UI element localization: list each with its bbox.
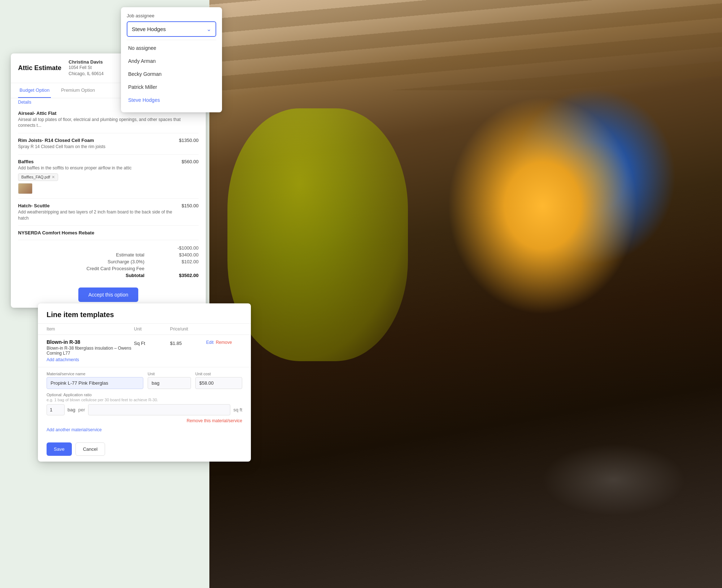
edit-remove-group: Edit Remove bbox=[206, 340, 242, 345]
line-item-price-hatch: $150.00 bbox=[182, 203, 199, 208]
dropdown-item-andy[interactable]: Andy Arman bbox=[127, 55, 216, 68]
line-item-desc-rim: Spray R 14 Closed Cell foam on the rim j… bbox=[18, 144, 105, 150]
job-assignee-card: Job assignee Steve Hodges ⌄ No assignee … bbox=[121, 7, 222, 112]
background-photo bbox=[209, 0, 722, 588]
dropdown-item-patrick[interactable]: Patrick Miller bbox=[127, 81, 216, 94]
total-row-credit: Credit Card Processing Fee bbox=[18, 265, 199, 272]
line-item-desc-baffles: Add baffles in the soffits to ensure pro… bbox=[18, 165, 131, 171]
total-row-estimate: Estimate total $3400.00 bbox=[18, 251, 199, 258]
surcharge-label: Surcharge (3.0%) bbox=[108, 259, 144, 264]
unit-cost-input[interactable] bbox=[195, 377, 242, 389]
cancel-button[interactable]: Cancel bbox=[75, 442, 105, 456]
template-item-desc: Blown-in R-38 fiberglass insulation – Ow… bbox=[47, 346, 134, 356]
chevron-down-icon: ⌄ bbox=[206, 26, 211, 33]
ratio-sqft-input[interactable] bbox=[88, 404, 231, 415]
attachment-thumbnail bbox=[18, 183, 32, 194]
total-row-subtotal: Subtotal $3502.00 bbox=[18, 272, 199, 279]
client-name: Christina Davis bbox=[69, 59, 104, 65]
line-item-baffles: Baffles Add baffles in the soffits to en… bbox=[18, 155, 199, 199]
job-assignee-label: Job assignee bbox=[127, 13, 216, 18]
estimate-total-label: Estimate total bbox=[116, 252, 144, 258]
line-item-rim-joists: Rim Joists- R14 Closed Cell Foam Spray R… bbox=[18, 133, 199, 155]
template-row: Blown-in R-38 Blown-in R-38 fiberglass i… bbox=[38, 335, 251, 367]
save-button[interactable]: Save bbox=[47, 442, 72, 456]
assignee-selected-value: Steve Hodges bbox=[132, 26, 166, 32]
surcharge-value: $102.00 bbox=[173, 259, 199, 264]
estimate-title: Attic Estimate bbox=[18, 64, 61, 72]
material-form-row: Material/service name Unit Unit cost bbox=[47, 372, 242, 389]
remove-material-link[interactable]: Remove this material/service bbox=[47, 418, 242, 423]
col-header-actions bbox=[206, 327, 242, 332]
optional-row: Optional: Application ratio e.g. 1 bag o… bbox=[47, 393, 242, 415]
estimate-totals: -$1000.00 Estimate total $3400.00 Surcha… bbox=[18, 240, 199, 283]
ratio-unit-label: bag bbox=[68, 407, 75, 412]
estimate-total-value: $3400.00 bbox=[173, 252, 199, 258]
col-header-price: Price/unit bbox=[170, 327, 206, 332]
line-item-price-baffles: $560.00 bbox=[182, 159, 199, 164]
material-name-label: Material/service name bbox=[47, 372, 143, 376]
line-item-price-rim: $1350.00 bbox=[179, 138, 199, 143]
line-item-desc-airseal: Airseal all top plates of floor, electri… bbox=[18, 117, 199, 129]
ratio-per-label: per bbox=[78, 407, 85, 412]
credit-label: Credit Card Processing Fee bbox=[87, 266, 144, 271]
line-item-nyserda: NYSERDA Comfort Homes Rebate bbox=[18, 226, 199, 240]
estimate-body: Airseal- Attic Flat Airseal all top plat… bbox=[11, 106, 206, 284]
total-row-rebate: -$1000.00 bbox=[18, 245, 199, 251]
template-row-top: Blown-in R-38 Blown-in R-38 fiberglass i… bbox=[47, 339, 242, 363]
unit-cost-label: Unit cost bbox=[195, 372, 242, 376]
unit-label: Unit bbox=[148, 372, 191, 376]
client-address2: Chicago, IL 60614 bbox=[69, 71, 104, 77]
unit-field-group: Unit bbox=[148, 372, 191, 389]
material-form: Material/service name Unit Unit cost Opt… bbox=[38, 367, 251, 442]
estimate-client: Christina Davis 1054 Fell St Chicago, IL… bbox=[69, 59, 104, 77]
dropdown-divider bbox=[127, 40, 216, 40]
edit-link[interactable]: Edit bbox=[206, 340, 214, 345]
templates-card: Line item templates Item Unit Price/unit… bbox=[38, 303, 251, 462]
rebate-value: -$1000.00 bbox=[173, 245, 199, 251]
template-item-price: $1.85 bbox=[170, 339, 206, 346]
line-item-desc-hatch: Add weatherstripping and two layers of 2… bbox=[18, 209, 182, 221]
unit-cost-field-group: Unit cost bbox=[195, 372, 242, 389]
col-header-unit: Unit bbox=[134, 327, 170, 332]
assignee-select-trigger[interactable]: Steve Hodges ⌄ bbox=[127, 21, 216, 37]
add-material-link[interactable]: Add another material/service bbox=[47, 427, 102, 432]
line-item-title-rim: Rim Joists- R14 Closed Cell Foam bbox=[18, 138, 105, 143]
attachment-chip: Baffles_FAQ.pdf ✕ bbox=[18, 173, 58, 181]
form-actions: Save Cancel bbox=[38, 442, 251, 462]
subtotal-value: $3502.00 bbox=[173, 273, 199, 278]
line-item-title-hatch: Hatch- Scuttle bbox=[18, 203, 182, 208]
material-name-field-group: Material/service name bbox=[47, 372, 143, 389]
client-address1: 1054 Fell St bbox=[69, 65, 104, 71]
templates-table-header: Item Unit Price/unit bbox=[38, 323, 251, 335]
line-item-hatch: Hatch- Scuttle Add weatherstripping and … bbox=[18, 199, 199, 226]
material-name-input[interactable] bbox=[47, 377, 143, 389]
total-row-surcharge: Surcharge (3.0%) $102.00 bbox=[18, 258, 199, 265]
col-header-item: Item bbox=[47, 327, 134, 332]
ratio-value-input[interactable] bbox=[47, 404, 65, 415]
line-item-title-nyserda: NYSERDA Comfort Homes Rebate bbox=[18, 230, 199, 235]
ratio-sqft-label: sq ft bbox=[233, 407, 242, 412]
add-attachments-link[interactable]: Add attachments bbox=[47, 357, 79, 362]
dropdown-item-becky[interactable]: Becky Gorman bbox=[127, 68, 216, 81]
unit-input[interactable] bbox=[148, 377, 191, 389]
credit-value bbox=[173, 266, 199, 271]
templates-title: Line item templates bbox=[47, 311, 242, 319]
template-item-info: Blown-in R-38 Blown-in R-38 fiberglass i… bbox=[47, 339, 134, 363]
optional-hint: e.g. 1 bag of blown cellulose per 30 boa… bbox=[47, 398, 242, 402]
subtotal-label: Subtotal bbox=[126, 273, 144, 278]
template-item-unit: Sq Ft bbox=[134, 339, 170, 346]
line-item-title-baffles: Baffles bbox=[18, 159, 131, 164]
dropdown-item-steve[interactable]: Steve Hodges bbox=[127, 94, 216, 107]
application-ratio-row: bag per sq ft bbox=[47, 404, 242, 415]
tab-budget-option[interactable]: Budget Option bbox=[18, 83, 51, 98]
dropdown-item-no-assignee[interactable]: No assignee bbox=[127, 42, 216, 55]
tab-premium-option[interactable]: Premium Option bbox=[60, 83, 96, 98]
templates-header: Line item templates bbox=[38, 303, 251, 323]
remove-link[interactable]: Remove bbox=[216, 340, 232, 345]
accept-button[interactable]: Accept this option bbox=[78, 287, 139, 302]
optional-label: Optional: Application ratio bbox=[47, 393, 242, 397]
attachment-close-icon[interactable]: ✕ bbox=[52, 175, 55, 180]
template-item-name: Blown-in R-38 bbox=[47, 339, 134, 345]
attachment-name: Baffles_FAQ.pdf bbox=[21, 175, 50, 179]
